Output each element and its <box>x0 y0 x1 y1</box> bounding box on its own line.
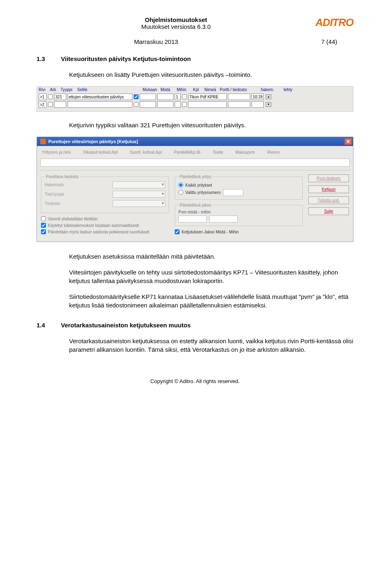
col-yritys: Yritysnro ja nimi <box>42 150 71 155</box>
header-title-2: Muutokset versiosta 6.3.0 <box>37 23 315 30</box>
para-13-5: Siirtotiedostomääritykselle KP71 kannata… <box>69 292 353 309</box>
nimea-checkbox[interactable] <box>182 102 187 107</box>
header-titles: Ohjelmistomuutokset Muutokset versiosta … <box>37 16 315 30</box>
hakemisto-dropdown[interactable] <box>113 181 165 188</box>
tyyppi-input[interactable] <box>54 94 66 100</box>
hdr-mista: Mistä <box>160 87 174 92</box>
grid-header: Rivi Ark Tyyppi Selite Mukaan Mistä Mihi… <box>37 87 353 93</box>
selite-input[interactable] <box>67 94 132 100</box>
pvm-mista-input[interactable] <box>178 216 207 222</box>
radio-valittu-label: Valittu yritysnumero <box>185 190 221 195</box>
lbl-pvmmista: Pvm mistä - mihin <box>178 210 299 214</box>
legend-purettava: Purettava tiedosto <box>45 174 80 179</box>
doc-header: Ohjelmistomuutokset Muutokset versiosta … <box>37 16 353 30</box>
col-tosite: Tosite <box>212 150 223 155</box>
cb-viennit-box[interactable] <box>41 216 46 221</box>
fieldset-purettava: Purettava tiedosto Hakemisto Tied.tyyppi… <box>41 174 169 213</box>
btn-pura[interactable]: Pura tiedosto <box>308 174 349 182</box>
hakem-input[interactable] <box>228 94 250 100</box>
rivi-input[interactable] <box>39 94 47 100</box>
btn-tulosta[interactable]: Tulosta uud. <box>308 196 349 204</box>
mihin-input[interactable] <box>157 101 173 108</box>
scroll-buttons[interactable]: ▼ <box>266 102 271 107</box>
btn-ketjuun[interactable]: Ketjuun <box>308 185 349 193</box>
legend-jakso: Päivitettävä jakso <box>178 203 212 207</box>
dialog-title: Purettujen viitesiirtojen päivitys [Ketj… <box>48 139 138 144</box>
mista-input[interactable] <box>140 101 156 108</box>
pvm-mihin-input[interactable] <box>209 216 238 222</box>
hdr-kpl: Kpl <box>193 87 202 92</box>
selite-input[interactable] <box>67 101 132 108</box>
dialog-titlebar[interactable]: Purettujen viitesiirtojen päivitys [Ketj… <box>37 137 353 146</box>
yritysnumero-input[interactable] <box>223 189 243 196</box>
cb-kateisal-label: Käytetyt käteisalennukset kirjataan auto… <box>48 223 139 228</box>
ark-checkbox[interactable] <box>48 102 53 107</box>
btn-sulje[interactable]: Sulje <box>308 207 349 215</box>
fieldset-paivitettava-jakso: Päivitettävä jakso Pvm mistä - mihin <box>175 203 303 226</box>
section-title-14: Verotarkastusaineiston ketjutukseen muut… <box>61 322 191 329</box>
grid-body: ▲ ▼ <box>37 93 353 111</box>
app-icon <box>40 139 46 144</box>
para-13-2: Ketjurivin tyypiksi valitaan 321 Purettu… <box>69 121 353 129</box>
para-13-3: Ketjutuksen asetuksissa määritellään mit… <box>69 252 353 261</box>
mukaan-checkbox[interactable] <box>134 94 139 99</box>
cb-paivitetaan-label: Päivitetään myös laskun saldosta poikkea… <box>48 230 150 234</box>
mista-input[interactable] <box>140 94 156 100</box>
portti-input[interactable] <box>188 94 227 100</box>
legend-yritys: Päivitettävä yritys <box>178 174 212 179</box>
tiedosto-dropdown[interactable] <box>113 200 165 207</box>
hdr-tehty: tehty <box>284 87 297 92</box>
cb-paivitetaan-box[interactable] <box>41 229 46 234</box>
hdr-rivi: Rivi <box>39 87 48 92</box>
col-oikaisut: Oikaisut kotival./kpl <box>83 150 118 155</box>
lbl-tiedtyyppi: Tied.tyyppi <box>45 192 64 196</box>
mihin-input[interactable] <box>157 94 173 100</box>
data-row-blank <box>40 159 350 167</box>
dialog-column-headers: Yritysnro ja nimi Oikaisut kotival./kpl … <box>37 146 353 157</box>
tiedtyyppi-dropdown[interactable] <box>113 191 165 198</box>
ark-checkbox[interactable] <box>48 94 53 99</box>
mukaan-checkbox[interactable] <box>134 102 139 107</box>
screenshot-ketjutus-grid: Rivi Ark Tyyppi Selite Mukaan Mistä Mihi… <box>37 86 353 112</box>
tyyppi-input[interactable] <box>54 101 66 108</box>
up-icon[interactable]: ▲ <box>266 94 271 99</box>
cb-kateisal[interactable]: Käytetyt käteisalennukset kirjataan auto… <box>41 223 169 228</box>
radio-valittu-input[interactable] <box>178 190 183 195</box>
down-icon[interactable]: ▼ <box>266 102 271 107</box>
tehty-input[interactable] <box>251 94 264 100</box>
radio-valittu[interactable]: Valittu yritysnumero <box>178 190 221 195</box>
cb-ketjutusjakso[interactable]: Ketjutuksen Jakso Mistä - Mihin <box>175 229 303 234</box>
radio-kaikki-input[interactable] <box>178 183 183 187</box>
tehty-input[interactable] <box>251 101 264 108</box>
lbl-tiedosto: Tiedosto <box>45 201 60 206</box>
cb-viennit[interactable]: Viennit yhdistellään tileittäin <box>41 216 169 221</box>
aditro-logo: ADITRO <box>315 16 353 29</box>
fieldset-paivitettava-yritys: Päivitettävä yritys Kaikki yritykset Val… <box>175 174 303 200</box>
footer-copyright: Copyright © Aditro. All rights reserved. <box>37 378 353 384</box>
cb-paivitetaan[interactable]: Päivitetään myös laskun saldosta poikkea… <box>41 229 169 234</box>
para-14-1: Verotarkastusaineiston ketjutuksessa on … <box>69 337 353 354</box>
hdr-tyyppi: Tyyppi <box>61 87 75 92</box>
screenshot-paivitys-dialog: Purettujen viitesiirtojen päivitys [Ketj… <box>37 137 353 242</box>
radio-kaikki[interactable]: Kaikki yritykset <box>178 183 299 187</box>
section-1-3-heading: 1.3 Viitesuoritusten päivitys Ketjutus-t… <box>37 55 353 62</box>
rivi-input[interactable] <box>39 101 47 108</box>
kpl-input[interactable] <box>175 94 181 100</box>
hdr-hakem: hakem. <box>261 87 281 92</box>
cb-ketjutusjakso-box[interactable] <box>175 229 180 234</box>
section-1-4-heading: 1.4 Verotarkastusaineiston ketjutukseen … <box>37 322 353 329</box>
para-13-4: Viitesiirtojen päivitykselle on tehty uu… <box>69 268 353 285</box>
portti-input[interactable] <box>188 101 227 108</box>
cb-ketjutusjakso-label: Ketjutuksen Jakso Mistä - Mihin <box>182 230 239 234</box>
section-title-13: Viitesuoritusten päivitys Ketjutus-toimi… <box>61 55 191 62</box>
cb-viennit-label: Viennit yhdistellään tileittäin <box>48 217 98 221</box>
hdr-ark: Ark <box>50 87 58 92</box>
middle-column: Päivitettävä yritys Kaikki yritykset Val… <box>175 174 303 236</box>
dialog-body: Purettava tiedosto Hakemisto Tied.tyyppi… <box>37 170 353 242</box>
scroll-buttons[interactable]: ▲ <box>266 94 271 99</box>
close-button[interactable]: ✕ <box>344 138 352 145</box>
cb-kateisal-box[interactable] <box>41 223 46 228</box>
kpl-input[interactable] <box>175 101 181 108</box>
nimea-checkbox[interactable] <box>182 94 187 99</box>
hakem-input[interactable] <box>228 101 250 108</box>
